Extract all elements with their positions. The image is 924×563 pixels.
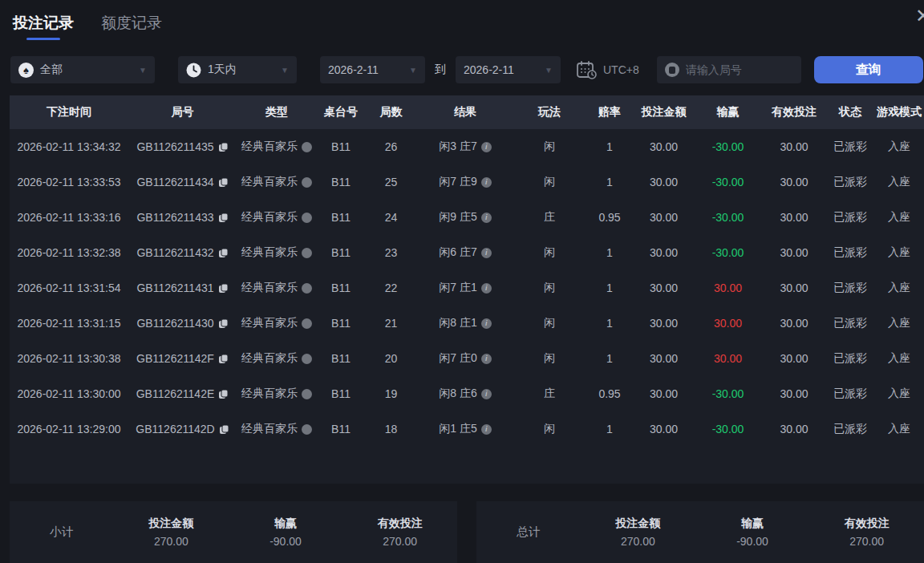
date-from-select[interactable]: 2026-2-11 ▼ bbox=[320, 56, 425, 83]
cell-text: 已派彩 bbox=[833, 210, 867, 225]
copy-icon[interactable] bbox=[218, 283, 229, 294]
cell-play-type: 闲 bbox=[513, 306, 586, 341]
total-bet-amount: 投注金额 270.00 bbox=[581, 516, 695, 548]
cell-bet-time: 2026-02-11 13:32:38 bbox=[10, 235, 128, 270]
cell-result: 闲1 庄5 i bbox=[417, 411, 513, 447]
cell-round-id: GB1126211434 bbox=[128, 164, 237, 200]
subtotal-label: 小计 bbox=[10, 525, 114, 540]
date-to-select[interactable]: 2026-2-11 ▼ bbox=[456, 56, 561, 83]
time-range-select[interactable]: 1天内 ▼ bbox=[178, 56, 297, 83]
cell-text: 2026-02-11 13:33:16 bbox=[18, 211, 121, 224]
cell-round-id: GB112621142E bbox=[128, 376, 237, 411]
cell-text: -30.00 bbox=[712, 176, 744, 188]
copy-icon[interactable] bbox=[218, 213, 229, 223]
game-type-info-icon[interactable] bbox=[302, 142, 312, 152]
cell-text: -30.00 bbox=[712, 423, 744, 435]
cell-text: 22 bbox=[385, 282, 398, 294]
cell-text: 30.00 bbox=[650, 140, 678, 153]
cell-text: 30.00 bbox=[780, 140, 808, 153]
result-info-icon[interactable]: i bbox=[481, 318, 492, 329]
filter-bar: ♠ 全部 ▼ 1天内 ▼ 2026-2-11 ▼ 到 2026-2-11 ▼ U… bbox=[10, 56, 924, 83]
cell-text: 经典百家乐 bbox=[241, 245, 298, 260]
calendar-clock-icon[interactable] bbox=[576, 60, 597, 79]
copy-icon[interactable] bbox=[218, 142, 229, 152]
game-type-info-icon[interactable] bbox=[302, 177, 312, 188]
cell-text: 闲 bbox=[544, 422, 555, 436]
game-type-info-icon[interactable] bbox=[302, 213, 312, 223]
copy-icon[interactable] bbox=[218, 248, 229, 258]
result-info-icon[interactable]: i bbox=[481, 389, 492, 399]
cell-win-loss: -30.00 bbox=[694, 411, 762, 447]
cell-status: 已派彩 bbox=[826, 129, 874, 164]
game-type-info-icon[interactable] bbox=[302, 283, 312, 294]
cell-text: 30.00 bbox=[780, 352, 808, 365]
cell-play-type: 闲 bbox=[513, 129, 586, 164]
cell-text: 20 bbox=[385, 352, 398, 365]
tab-bar: 投注记录 额度记录 ✕ bbox=[0, 0, 924, 42]
query-button[interactable]: 查询 bbox=[814, 56, 923, 83]
cell-text: 2026-02-11 13:31:15 bbox=[18, 317, 121, 330]
cell-bet-amount: 30.00 bbox=[634, 235, 694, 270]
cell-round-id: GB1126211431 bbox=[128, 270, 237, 306]
result-info-icon[interactable]: i bbox=[481, 424, 492, 435]
cell-text: 25 bbox=[385, 176, 398, 188]
cell-text: 庄 bbox=[544, 210, 555, 225]
cell-win-loss: 30.00 bbox=[694, 341, 762, 376]
summary-bar: 小计 投注金额 270.00 输赢 -90.00 有效投注 270.00 总计 … bbox=[0, 501, 924, 563]
tab-bet-records[interactable]: 投注记录 bbox=[13, 13, 74, 42]
cell-game-mode: 入座 bbox=[874, 341, 924, 376]
cell-play-type: 闲 bbox=[513, 164, 586, 200]
cell-round-id: GB112621142F bbox=[128, 341, 237, 376]
copy-icon[interactable] bbox=[218, 354, 229, 364]
cell-table-no: B11 bbox=[317, 341, 365, 376]
column-header: 有效投注 bbox=[762, 95, 826, 129]
result-info-icon[interactable]: i bbox=[481, 213, 492, 223]
table-row: 2026-02-11 13:30:00 GB112621142E 经典百家乐 B… bbox=[10, 376, 924, 411]
cell-valid-bet: 30.00 bbox=[762, 341, 826, 376]
result-info-icon[interactable]: i bbox=[481, 354, 492, 364]
cell-table-no: B11 bbox=[317, 306, 365, 341]
table-row: 2026-02-11 13:33:16 GB1126211433 经典百家乐 B… bbox=[10, 200, 924, 235]
result-info-icon[interactable]: i bbox=[481, 248, 492, 258]
cell-result: 闲8 庄1 i bbox=[417, 306, 513, 341]
game-type-info-icon[interactable] bbox=[302, 318, 312, 329]
game-type-info-icon[interactable] bbox=[302, 354, 312, 364]
cell-game-type: 经典百家乐 bbox=[237, 235, 317, 270]
copy-icon[interactable] bbox=[219, 424, 229, 435]
result-info-icon[interactable]: i bbox=[481, 142, 492, 152]
copy-icon[interactable] bbox=[218, 389, 229, 399]
cell-text: 闲 bbox=[544, 175, 555, 189]
game-type-info-icon[interactable] bbox=[302, 389, 312, 399]
tab-quota-records[interactable]: 额度记录 bbox=[101, 13, 162, 42]
cell-text: 闲1 庄5 bbox=[439, 422, 476, 436]
cell-text: B11 bbox=[331, 387, 351, 400]
to-label: 到 bbox=[435, 63, 446, 77]
table-row: 2026-02-11 13:30:38 GB112621142F 经典百家乐 B… bbox=[10, 341, 924, 376]
result-info-icon[interactable]: i bbox=[481, 177, 492, 188]
close-icon[interactable]: ✕ bbox=[915, 6, 924, 26]
game-type-info-icon[interactable] bbox=[302, 248, 312, 258]
cell-bet-time: 2026-02-11 13:30:00 bbox=[10, 376, 128, 411]
cell-round-no: 22 bbox=[365, 270, 417, 306]
cell-text: B11 bbox=[331, 352, 351, 365]
round-search-input[interactable] bbox=[686, 63, 793, 76]
cell-text: 闲 bbox=[544, 281, 555, 295]
cell-bet-amount: 30.00 bbox=[634, 306, 694, 341]
cell-valid-bet: 30.00 bbox=[762, 164, 826, 200]
cell-text: 30.00 bbox=[714, 317, 742, 330]
total-valid-bet: 有效投注 270.00 bbox=[809, 516, 924, 548]
cell-text: 1 bbox=[606, 317, 613, 330]
column-header: 投注金额 bbox=[634, 95, 694, 129]
cell-odds: 1 bbox=[586, 306, 634, 341]
cell-game-type: 经典百家乐 bbox=[237, 270, 317, 306]
cell-game-type: 经典百家乐 bbox=[237, 341, 317, 376]
copy-icon[interactable] bbox=[218, 177, 229, 188]
cell-text: GB112621142D bbox=[136, 423, 214, 435]
clock-icon bbox=[186, 63, 201, 78]
copy-icon[interactable] bbox=[218, 318, 229, 329]
game-type-select[interactable]: ♠ 全部 ▼ bbox=[10, 56, 155, 83]
result-info-icon[interactable]: i bbox=[481, 283, 492, 294]
game-type-info-icon[interactable] bbox=[302, 424, 312, 435]
search-box bbox=[657, 56, 801, 83]
cell-game-type: 经典百家乐 bbox=[237, 164, 317, 200]
